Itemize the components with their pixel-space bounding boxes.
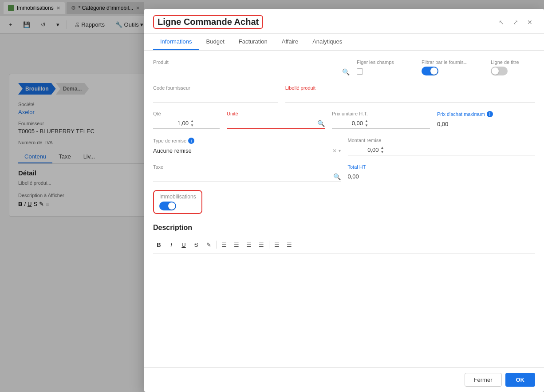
editor-toolbar: B I U S ✎ ☰ ☰ ☰ ☰ ☰ ☰ bbox=[153, 236, 535, 253]
editor-pen-btn[interactable]: ✎ bbox=[203, 239, 214, 250]
modal-tab-budget[interactable]: Budget bbox=[199, 34, 232, 50]
type-remise-value: Aucune remise bbox=[153, 147, 332, 154]
figer-champs-label: Figer les champs bbox=[357, 59, 414, 65]
unite-field: Unité 🔍 bbox=[227, 111, 325, 129]
form-row-2: Code fournisseur Libellé produit bbox=[153, 85, 535, 103]
code-fournisseur-field: Code fournisseur bbox=[153, 85, 278, 103]
fermer-button[interactable]: Fermer bbox=[465, 373, 502, 387]
montant-remise-input[interactable] bbox=[348, 147, 379, 153]
modal-expand-btn[interactable]: ⤢ bbox=[510, 18, 521, 27]
filtrer-fournisseur-label: Filtrar par le fournis... bbox=[422, 59, 484, 65]
code-fournisseur-input[interactable] bbox=[153, 92, 278, 103]
editor-sep-2 bbox=[269, 241, 269, 249]
filtrer-fournisseur-toggle[interactable] bbox=[422, 67, 438, 75]
filtrer-fournisseur-toggle-wrapper bbox=[422, 67, 484, 75]
montant-remise-down[interactable]: ▼ bbox=[381, 150, 384, 154]
taxe-input-wrapper: 🔍 bbox=[153, 171, 341, 182]
produit-input-wrapper: 🔍 bbox=[153, 67, 350, 77]
type-remise-label: Type de remise i bbox=[153, 138, 341, 144]
editor-italic-btn[interactable]: I bbox=[166, 239, 177, 250]
unite-input[interactable] bbox=[227, 118, 325, 129]
prix-achat-max-value: 0,00 bbox=[437, 119, 535, 130]
filtrer-fournisseur-field: Filtrar par le fournis... bbox=[422, 59, 484, 75]
produit-label: Produit bbox=[153, 59, 350, 65]
montant-remise-arrows: ▲ ▼ bbox=[381, 146, 384, 154]
ligne-titre-label: Ligne de titre bbox=[491, 59, 535, 65]
type-remise-arrow[interactable]: ▾ bbox=[339, 148, 341, 153]
editor-align-justify-btn[interactable]: ☰ bbox=[256, 239, 267, 250]
prix-unitaire-arrows: ▲ ▼ bbox=[365, 119, 368, 127]
editor-ordered-list-btn[interactable]: ☰ bbox=[284, 239, 295, 250]
editor-align-center-btn[interactable]: ☰ bbox=[231, 239, 242, 250]
form-row-5: Taxe 🔍 Total HT 0,00 bbox=[153, 164, 535, 182]
taxe-search-icon: 🔍 bbox=[333, 173, 341, 180]
qte-down-arrow[interactable]: ▼ bbox=[190, 123, 194, 128]
editor-list-btn[interactable]: ☰ bbox=[271, 239, 283, 250]
modal-tab-informations[interactable]: Informations bbox=[153, 34, 199, 50]
modal-header: Ligne Commande Achat ↖ ⤢ ✕ bbox=[144, 9, 544, 34]
description-editor[interactable] bbox=[153, 257, 535, 293]
prix-achat-max-label: Prix d'achat maximum i bbox=[437, 111, 535, 117]
type-remise-info-icon[interactable]: i bbox=[188, 138, 194, 144]
total-ht-label: Total HT bbox=[348, 164, 536, 170]
libelle-produit-input[interactable] bbox=[285, 92, 535, 103]
editor-align-right-btn[interactable]: ☰ bbox=[243, 239, 255, 250]
taxe-input[interactable] bbox=[153, 171, 341, 182]
immobilisations-label: Immobilisations bbox=[159, 194, 196, 200]
modal-tab-analytiques[interactable]: Analytiques bbox=[305, 34, 349, 50]
unite-search-icon: 🔍 bbox=[317, 120, 325, 127]
modal-tab-affaire[interactable]: Affaire bbox=[275, 34, 305, 50]
immobilisations-toggle[interactable] bbox=[159, 202, 176, 210]
taxe-field: Taxe 🔍 bbox=[153, 164, 341, 182]
modal-close-btn[interactable]: ✕ bbox=[524, 18, 535, 27]
editor-sep-1 bbox=[216, 241, 217, 249]
modal-body: Produit 🔍 Figer les champs Filt bbox=[144, 51, 544, 367]
prix-unitaire-spinner: ▲ ▼ bbox=[332, 118, 430, 129]
editor-bold-btn[interactable]: B bbox=[153, 239, 165, 250]
editor-align-left-btn[interactable]: ☰ bbox=[218, 239, 230, 250]
montant-remise-up[interactable]: ▲ bbox=[381, 146, 384, 150]
modal-header-actions: ↖ ⤢ ✕ bbox=[496, 18, 535, 27]
unite-input-wrapper: 🔍 bbox=[227, 118, 325, 129]
ok-button[interactable]: OK bbox=[505, 373, 536, 387]
code-fournisseur-label: Code fournisseur bbox=[153, 85, 278, 91]
modal-tabs: Informations Budget Facturation Affaire … bbox=[144, 34, 544, 51]
figer-champs-field: Figer les champs bbox=[357, 59, 414, 75]
type-remise-field: Type de remise i Aucune remise ✕ ▾ bbox=[153, 138, 341, 156]
qte-up-arrow[interactable]: ▲ bbox=[190, 119, 194, 123]
immobilisations-knob bbox=[168, 202, 175, 210]
description-section: Description B I U S ✎ ☰ ☰ ☰ ☰ ☰ ☰ bbox=[153, 224, 535, 294]
prix-unitaire-down[interactable]: ▼ bbox=[365, 123, 368, 128]
total-ht-field: Total HT 0,00 bbox=[348, 164, 536, 182]
qte-input[interactable] bbox=[153, 120, 189, 127]
modal-dialog: Ligne Commande Achat ↖ ⤢ ✕ Informations … bbox=[144, 9, 544, 392]
produit-field: Produit 🔍 bbox=[153, 59, 350, 77]
prix-achat-info-icon[interactable]: i bbox=[487, 111, 493, 117]
figer-champs-checkbox[interactable] bbox=[357, 68, 363, 75]
unite-label: Unité bbox=[227, 111, 325, 116]
prix-unitaire-up[interactable]: ▲ bbox=[365, 119, 368, 123]
prix-unitaire-input[interactable] bbox=[332, 120, 363, 127]
immobilisations-section: Immobilisations bbox=[153, 190, 202, 214]
montant-remise-field: Montant remise ▲ ▼ bbox=[348, 138, 536, 155]
modal-restore-btn[interactable]: ↖ bbox=[496, 18, 507, 27]
total-ht-value: 0,00 bbox=[348, 171, 536, 182]
qte-spinner-wrapper: ▲ ▼ bbox=[153, 118, 220, 129]
ligne-titre-toggle[interactable] bbox=[491, 67, 508, 75]
description-title: Description bbox=[153, 224, 535, 232]
ligne-titre-field: Ligne de titre bbox=[491, 59, 535, 75]
figer-champs-checkbox-wrapper bbox=[357, 68, 414, 75]
type-remise-clear[interactable]: ✕ bbox=[332, 148, 337, 154]
modal-tab-facturation[interactable]: Facturation bbox=[232, 34, 275, 50]
ligne-titre-toggle-wrapper bbox=[491, 67, 535, 75]
produit-input[interactable] bbox=[153, 67, 350, 77]
modal-title: Ligne Commande Achat bbox=[153, 15, 263, 29]
form-row-3: Qté ▲ ▼ Unité 🔍 bbox=[153, 111, 535, 130]
qte-field: Qté ▲ ▼ bbox=[153, 111, 220, 129]
editor-underline-btn[interactable]: U bbox=[178, 239, 189, 250]
prix-unitaire-field: Prix unitaire H.T. ▲ ▼ bbox=[332, 111, 430, 129]
qte-arrows: ▲ ▼ bbox=[190, 119, 194, 127]
type-remise-select[interactable]: Aucune remise ✕ ▾ bbox=[153, 146, 341, 156]
editor-strike-btn[interactable]: S bbox=[190, 239, 202, 250]
form-row-4: Type de remise i Aucune remise ✕ ▾ Monta… bbox=[153, 138, 535, 156]
